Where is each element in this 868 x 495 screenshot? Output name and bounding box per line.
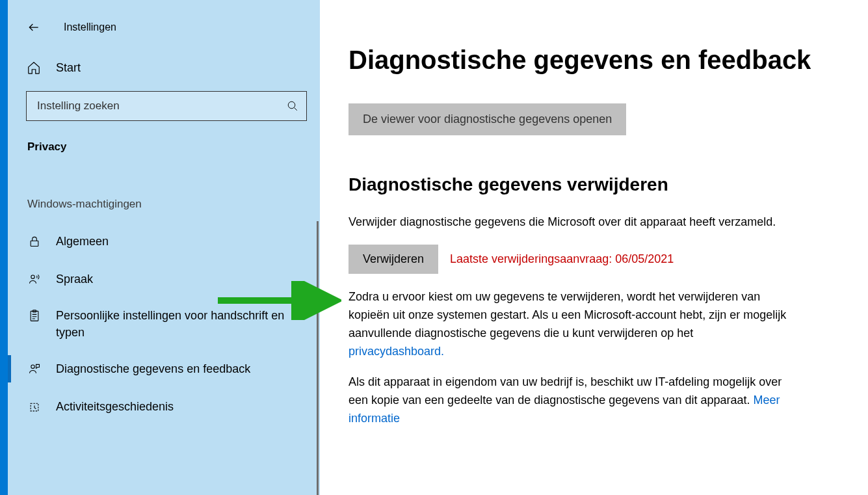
home-icon [26, 60, 42, 75]
window-left-edge [0, 0, 8, 495]
sidebar-scrollbar[interactable] [317, 221, 319, 495]
svg-rect-3 [31, 312, 38, 321]
main-content: Diagnostische gegevens en feedback De vi… [320, 0, 868, 495]
feedback-icon [27, 362, 42, 376]
search-icon [287, 100, 298, 112]
delete-section-title: Diagnostische gegevens verwijderen [349, 174, 829, 195]
nav-item-label: Algemeen [56, 233, 109, 250]
header-row: Instellingen [8, 13, 320, 51]
open-viewer-button[interactable]: De viewer voor diagnostische gegevens op… [349, 103, 626, 135]
nav-item-label: Persoonlijke instellingen voor handschri… [56, 307, 307, 341]
nav-item-activiteit[interactable]: Activiteitsgeschiedenis [8, 388, 320, 425]
search-input[interactable] [37, 100, 287, 113]
nav-item-handschrift[interactable]: Persoonlijke instellingen voor handschri… [8, 298, 320, 350]
nav-item-label: Activiteitsgeschiedenis [56, 398, 174, 415]
nav-group-title: Windows-machtigingen [8, 159, 320, 222]
sidebar: Instellingen Start Privacy Windows-macht… [8, 0, 320, 495]
nav-item-label: Spraak [56, 271, 93, 288]
nav-item-spraak[interactable]: Spraak [8, 260, 320, 298]
svg-rect-1 [31, 241, 38, 246]
category-title: Privacy [8, 133, 320, 159]
delete-button[interactable]: Verwijderen [349, 245, 438, 274]
delete-row: Verwijderen Laatste verwijderingsaanvraa… [349, 245, 829, 274]
history-icon [27, 400, 42, 414]
search-box[interactable] [26, 91, 307, 121]
nav-item-diagnostiek[interactable]: Diagnostische gegevens en feedback [8, 350, 320, 388]
search-container [8, 85, 320, 133]
paragraph-2: Als dit apparaat in eigendom van uw bedr… [349, 373, 791, 428]
paragraph-2-text: Als dit apparaat in eigendom van uw bedr… [349, 375, 782, 407]
delete-status-text: Laatste verwijderingsaanvraag: 06/05/202… [450, 252, 674, 266]
clipboard-icon [27, 308, 42, 323]
back-button[interactable] [26, 20, 42, 35]
paragraph-1-text: Zodra u ervoor kiest om uw gegevens te v… [349, 290, 786, 340]
home-label: Start [56, 61, 81, 75]
paragraph-1: Zodra u ervoor kiest om uw gegevens te v… [349, 288, 791, 361]
app-title: Instellingen [64, 21, 116, 33]
nav-item-algemeen[interactable]: Algemeen [8, 222, 320, 260]
home-nav[interactable]: Start [8, 51, 320, 85]
svg-point-5 [31, 365, 34, 368]
nav-item-label: Diagnostische gegevens en feedback [56, 360, 250, 377]
svg-point-2 [31, 275, 34, 278]
page-title: Diagnostische gegevens en feedback [349, 46, 829, 75]
svg-point-0 [288, 101, 295, 109]
speech-icon [27, 272, 42, 286]
privacy-dashboard-link[interactable]: privacydashboard. [349, 345, 444, 358]
lock-icon [27, 234, 42, 248]
arrow-left-icon [27, 21, 40, 34]
delete-intro-text: Verwijder diagnostische gegevens die Mic… [349, 213, 791, 232]
